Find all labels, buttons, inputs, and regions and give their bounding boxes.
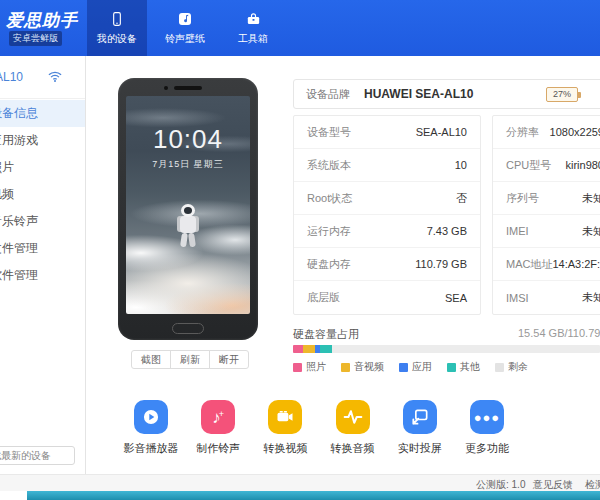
sidebar: SEA-AL10 设备信息 应用游戏 照片 视频 音乐铃声 文件管理 软件管理 … (0, 56, 86, 474)
tab-toolbox[interactable]: 工具箱 (223, 0, 283, 56)
brand-value: HUAWEI SEA-AL10 (364, 87, 473, 101)
phone-camera-dot (164, 86, 168, 90)
phone-action-buttons: 截图 刷新 断开 (131, 350, 249, 369)
device-info-table-right: 分辨率1080x2259 CPU型号kirin980 序列号未知 IMEI未知 … (492, 115, 600, 315)
lock-screen-time: 10:04 (126, 124, 250, 155)
table-row: IMSI未知 (493, 281, 600, 314)
tab-ringtone-wallpaper[interactable]: 铃声壁纸 (155, 0, 215, 56)
screenshot-button[interactable]: 截图 (131, 350, 171, 369)
more-icon: ●●● (470, 400, 504, 434)
tab-my-device[interactable]: 我的设备 (87, 0, 147, 56)
table-row: MAC地址14:A3:2F:0D:4E:A2 (493, 248, 600, 281)
astronaut-wallpaper-figure (176, 204, 200, 250)
device-info-table-left: 设备型号SEA-AL10 系统版本10 Root状态否 运行内存7.43 GB … (293, 115, 481, 315)
sidebar-item-videos[interactable]: 视频 (0, 181, 86, 208)
phone-mockup: 10:04 7月15日 星期三 (118, 78, 258, 340)
main-tabs: 我的设备 铃声壁纸 工具箱 (87, 0, 283, 56)
tab-label: 工具箱 (238, 32, 268, 46)
tool-make-ringtone[interactable]: ♪+ 制作铃声 (185, 400, 251, 456)
app-logo-badge: 安卓尝鲜版 (9, 31, 62, 46)
sidebar-item-music-ringtones[interactable]: 音乐铃声 (0, 208, 86, 235)
brand-label: 设备品牌 (306, 87, 350, 102)
sidebar-item-photos[interactable]: 照片 (0, 154, 86, 181)
legend-swatch (495, 363, 504, 372)
tool-media-player[interactable]: 影音播放器 (118, 400, 184, 456)
legend-swatch (447, 363, 456, 372)
disconnect-button[interactable]: 断开 (209, 350, 249, 369)
legend-swatch (341, 363, 350, 372)
legend-other: 其他 (447, 360, 480, 374)
storage-usage-bar (293, 345, 600, 353)
legend-swatch (293, 363, 302, 372)
table-row: Root状态否 (294, 182, 480, 215)
music-icon (177, 10, 193, 28)
legend-media: 音视频 (341, 360, 384, 374)
lock-screen-date: 7月15日 星期三 (126, 158, 250, 171)
storage-legend: 照片 音视频 应用 其他 剩余 (293, 360, 528, 374)
audio-convert-icon (336, 400, 370, 434)
phone-home-button (172, 323, 204, 334)
table-row: 底层版SEA (294, 281, 480, 314)
sidebar-item-file-manager[interactable]: 文件管理 (0, 235, 86, 262)
video-convert-icon (268, 400, 302, 434)
legend-free: 剩余 (495, 360, 528, 374)
version-label: 公测版: 1.0 (476, 478, 525, 492)
sidebar-device-row[interactable]: SEA-AL10 (0, 56, 86, 99)
sidebar-item-device-info[interactable]: 设备信息 (0, 100, 86, 127)
sidebar-item-apps-games[interactable]: 应用游戏 (0, 127, 86, 154)
storage-seg-other (320, 345, 332, 353)
feedback-link[interactable]: 意见反馈 (533, 478, 573, 492)
header: 爱思助手 安卓尝鲜版 我的设备 铃声壁纸 工具箱 (0, 0, 600, 56)
sidebar-list: 设备信息 应用游戏 照片 视频 音乐铃声 文件管理 软件管理 (0, 100, 86, 289)
app-window: 爱思助手 安卓尝鲜版 我的设备 铃声壁纸 工具箱 (0, 0, 600, 500)
find-latest-device-button[interactable]: 查找最新的设备 (0, 446, 75, 465)
legend-apps: 应用 (399, 360, 432, 374)
table-row: 分辨率1080x2259 (493, 116, 600, 149)
footer-bar: 公测版: 1.0 意见反馈 检测更新 (0, 474, 600, 491)
refresh-button[interactable]: 刷新 (170, 350, 210, 369)
battery-indicator: 27% (546, 87, 578, 102)
device-name: SEA-AL10 (0, 70, 23, 84)
tool-screen-mirroring[interactable]: 实时投屏 (387, 400, 453, 456)
play-icon (134, 400, 168, 434)
ringtone-icon: ♪+ (201, 400, 235, 434)
bottom-banner-bar (27, 491, 600, 500)
tool-convert-video[interactable]: 转换视频 (252, 400, 318, 456)
device-brand-card: 设备品牌 HUAWEI SEA-AL10 27% (293, 79, 600, 109)
legend-photos: 照片 (293, 360, 326, 374)
storage-seg-media (303, 345, 315, 353)
table-row: 设备型号SEA-AL10 (294, 116, 480, 149)
phone-icon (109, 10, 125, 28)
sidebar-item-software-manager[interactable]: 软件管理 (0, 262, 86, 289)
phone-screen: 10:04 7月15日 星期三 (126, 96, 250, 314)
tab-label: 我的设备 (97, 32, 137, 46)
storage-seg-photos (293, 345, 303, 353)
tool-more-functions[interactable]: ●●● 更多功能 (454, 400, 520, 456)
tab-label: 铃声壁纸 (165, 32, 205, 46)
storage-title: 硬盘容量占用 (293, 327, 359, 342)
screen-cast-icon (403, 400, 437, 434)
check-update-link[interactable]: 检测更新 (585, 478, 600, 492)
table-row: 序列号未知 (493, 182, 600, 215)
table-row: 硬盘内存110.79 GB (294, 248, 480, 281)
toolbox-icon (245, 10, 262, 28)
tool-shortcuts: 影音播放器 ♪+ 制作铃声 转换视频 转换音频 实时投屏 (118, 400, 520, 456)
table-row: 运行内存7.43 GB (294, 215, 480, 248)
app-logo: 爱思助手 (6, 9, 78, 32)
storage-usage-value: 15.54 GB/110.79 GB (518, 327, 600, 339)
wifi-icon (48, 71, 62, 85)
table-row: IMEI未知 (493, 215, 600, 248)
legend-swatch (399, 363, 408, 372)
tool-convert-audio[interactable]: 转换音频 (320, 400, 386, 456)
phone-speaker (174, 86, 202, 90)
table-row: CPU型号kirin980 (493, 149, 600, 182)
table-row: 系统版本10 (294, 149, 480, 182)
